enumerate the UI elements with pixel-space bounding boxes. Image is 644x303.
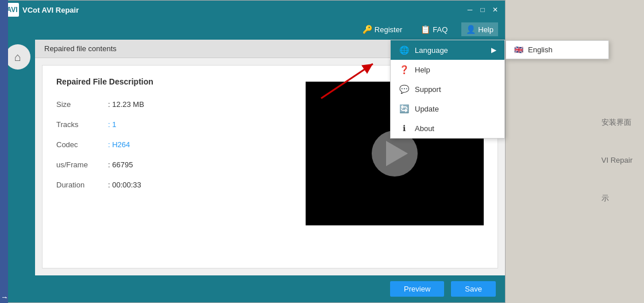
home-button[interactable]: ⌂ xyxy=(5,44,30,70)
language-menu-item[interactable]: 🌐 Language ▶ 🇬🇧 English xyxy=(391,40,504,60)
tracks-prop: Tracks : 1 xyxy=(56,120,288,129)
close-button[interactable]: ✕ xyxy=(490,5,500,15)
support-label: Support xyxy=(415,85,441,94)
about-dropdown-item[interactable]: ℹ About xyxy=(391,118,504,138)
about-label: About xyxy=(415,124,434,133)
app-title: VCot AVI Repair xyxy=(22,6,79,14)
english-language-item[interactable]: 🇬🇧 English xyxy=(506,41,608,59)
help-menu-item[interactable]: 👤 Help xyxy=(461,22,498,36)
support-dropdown-item[interactable]: 💬 Support xyxy=(391,79,504,99)
about-icon: ℹ xyxy=(399,123,409,133)
support-icon: 💬 xyxy=(399,84,409,94)
save-button[interactable]: Save xyxy=(451,281,496,297)
size-prop: Size : 12.23 MB xyxy=(56,100,288,109)
language-label: Language xyxy=(415,46,448,55)
faq-icon: 📋 xyxy=(421,25,430,34)
tracks-label: Tracks xyxy=(56,120,108,129)
play-triangle-icon xyxy=(386,141,408,166)
preview-button[interactable]: Preview xyxy=(390,281,444,297)
file-description: Repaired File Description Size : 12.23 M… xyxy=(56,77,288,256)
size-value: : 12.23 MB xyxy=(108,100,144,109)
size-label: Size xyxy=(56,100,108,109)
facebook-icon: f xyxy=(1,297,7,298)
maximize-button[interactable]: □ xyxy=(477,5,488,15)
title-bar-left: AVI VCot AVI Repair xyxy=(5,3,79,17)
codec-prop: Codec : H264 xyxy=(56,140,288,149)
usframe-prop: us/Frame : 66795 xyxy=(56,160,288,169)
english-label: English xyxy=(528,45,553,54)
duration-prop: Duration : 00:00:33 xyxy=(56,181,288,189)
title-bar: AVI VCot AVI Repair ─ □ ✕ xyxy=(1,1,505,19)
dropdown-menu: 🌐 Language ▶ 🇬🇧 English ❓ Help 💬 Support… xyxy=(390,40,505,139)
help-dropdown-icon: ❓ xyxy=(399,64,409,75)
help-dropdown-label: Help xyxy=(415,66,430,74)
minimize-button[interactable]: ─ xyxy=(465,5,475,15)
home-icon: ⌂ xyxy=(14,51,21,64)
language-icon: 🌐 xyxy=(399,45,409,55)
duration-label: Duration xyxy=(56,181,108,189)
key-icon: 🔑 xyxy=(363,25,372,34)
usframe-value: : 66795 xyxy=(108,160,133,169)
register-menu-item[interactable]: 🔑 Register xyxy=(358,22,407,36)
bottom-toolbar: Preview Save xyxy=(35,275,505,302)
language-submenu: 🇬🇧 English xyxy=(506,40,609,59)
tracks-value: : 1 xyxy=(108,120,116,129)
codec-label: Codec xyxy=(56,140,108,149)
help-dropdown-item[interactable]: ❓ Help xyxy=(391,60,504,79)
update-dropdown-item[interactable]: 🔄 Update xyxy=(391,99,504,118)
title-bar-controls: ─ □ ✕ xyxy=(465,5,500,15)
arrow-right-icon: ▶ xyxy=(491,46,496,54)
menu-bar: 🔑 Register 📋 FAQ 👤 Help xyxy=(1,19,505,40)
duration-value: : 00:00:33 xyxy=(108,181,141,189)
faq-menu-item[interactable]: 📋 FAQ xyxy=(416,22,452,36)
help-icon: 👤 xyxy=(466,25,476,34)
social-sidebar: f xyxy=(0,0,8,303)
app-window: AVI VCot AVI Repair ─ □ ✕ 🔑 Register 📋 F… xyxy=(0,0,506,303)
file-desc-title: Repaired File Description xyxy=(56,77,288,86)
update-label: Update xyxy=(415,105,439,113)
flag-icon: 🇬🇧 xyxy=(514,45,523,54)
codec-value: : H264 xyxy=(108,140,130,149)
usframe-label: us/Frame xyxy=(56,160,108,169)
update-icon: 🔄 xyxy=(399,103,409,114)
watermark-text: 安装界面 VI Repair 示 xyxy=(601,115,633,206)
